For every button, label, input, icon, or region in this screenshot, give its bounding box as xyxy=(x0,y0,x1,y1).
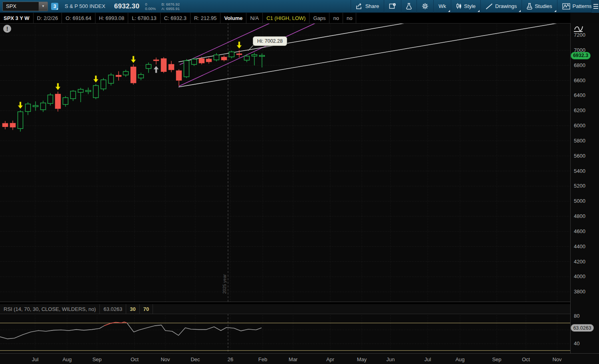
bid-value: B: 6876.92 xyxy=(161,2,180,6)
candle-body[interactable] xyxy=(229,52,234,57)
buy-signal-arrow-icon[interactable] xyxy=(154,66,159,73)
bid-ask-stack: B: 6876.92 A: 6955.91 xyxy=(161,2,180,11)
sell-signal-arrow-icon[interactable] xyxy=(18,102,23,109)
candle-body[interactable] xyxy=(123,71,129,75)
settings-button[interactable] xyxy=(417,0,433,13)
candle-body[interactable] xyxy=(192,59,197,64)
dropdown-corner-icon xyxy=(56,8,58,10)
candle-body[interactable] xyxy=(33,105,38,107)
price-axis-label: 4800 xyxy=(574,213,585,219)
magenta-trendline[interactable] xyxy=(179,23,316,86)
ohlc-cell-spx-3-y-w[interactable]: SPX 3 Y W xyxy=(0,13,34,23)
gear-icon xyxy=(422,3,428,10)
candle-body[interactable] xyxy=(109,75,114,83)
candle-body[interactable] xyxy=(93,85,99,97)
share-button[interactable]: Share xyxy=(351,0,384,13)
dropdown-corner-icon xyxy=(478,10,480,12)
candle-body[interactable] xyxy=(10,123,16,127)
candle-body[interactable] xyxy=(3,123,8,127)
white-trendline[interactable] xyxy=(179,23,407,62)
timeframe-label: Wk xyxy=(438,3,446,9)
candle-body[interactable] xyxy=(161,59,167,71)
candle-body[interactable] xyxy=(63,98,68,105)
candle-body[interactable] xyxy=(116,75,121,77)
time-axis-label-may: May xyxy=(357,356,367,362)
ohlc-cell-c1-high-low-[interactable]: C1 (HIGH, LOW) xyxy=(263,13,309,23)
candle-body[interactable] xyxy=(169,64,174,69)
rsi-header-cell[interactable]: 70 xyxy=(140,304,153,314)
drawings-button[interactable]: Drawings xyxy=(480,0,522,13)
candle-body[interactable] xyxy=(244,56,250,60)
candle-body[interactable] xyxy=(139,75,144,78)
more-menu-button[interactable] xyxy=(591,0,599,13)
candle-body[interactable] xyxy=(131,67,136,83)
candle-body[interactable] xyxy=(56,94,61,109)
sell-signal-arrow-icon[interactable] xyxy=(237,42,242,48)
candle-body[interactable] xyxy=(184,61,189,77)
style-label: Style xyxy=(464,3,476,9)
candle-body[interactable] xyxy=(78,89,83,93)
price-axis-label: 6600 xyxy=(574,77,585,83)
candle-body[interactable] xyxy=(86,90,91,91)
candle-body[interactable] xyxy=(237,54,242,55)
sell-signal-arrow-icon[interactable] xyxy=(131,56,136,63)
linked-group-badge[interactable]: 3 xyxy=(51,3,58,10)
candle-body[interactable] xyxy=(199,59,204,63)
alert-icon[interactable]: ! xyxy=(3,25,11,33)
candle-body[interactable] xyxy=(252,55,257,56)
change-stack: 0 0.00% xyxy=(145,2,156,11)
time-axis-label-nov: Nov xyxy=(552,356,561,362)
studies-button[interactable]: Studies xyxy=(522,0,557,13)
ohlc-cell-l: L: 6780.13 xyxy=(128,13,160,23)
ohlc-cell-no[interactable]: no xyxy=(329,13,343,23)
analyze-button[interactable] xyxy=(401,0,417,13)
ohlc-cell-d: D: 2/2/26 xyxy=(34,13,62,23)
patterns-label: Patterns xyxy=(573,3,592,9)
candle-body[interactable] xyxy=(214,55,219,60)
candle-body[interactable] xyxy=(154,60,159,61)
candle-body[interactable] xyxy=(71,91,76,99)
rsi-value-badge: 63.0263 xyxy=(571,324,594,332)
price-axis-label: 6800 xyxy=(574,62,585,68)
high-tooltip: Hi: 7002.28 xyxy=(253,36,287,46)
chart-mode-icon[interactable] xyxy=(573,24,584,36)
price-axis-label: 6200 xyxy=(574,107,585,113)
top-toolbar: SPX ▼ 3 S & P 500 INDEX 6932.30 0 0.00% … xyxy=(0,0,599,13)
ohlc-cell-n-a[interactable]: N/A xyxy=(246,13,263,23)
patterns-button[interactable]: Patterns xyxy=(557,0,597,13)
price-axis-label: 3800 xyxy=(574,289,585,295)
symbol-input[interactable]: SPX ▼ xyxy=(2,2,48,11)
symbol-dropdown-button[interactable]: ▼ xyxy=(38,2,48,11)
notes-button[interactable]: ! xyxy=(384,0,401,13)
svg-text:!: ! xyxy=(394,4,395,6)
time-axis-label-nov: Nov xyxy=(161,356,170,362)
price-axis[interactable]: 7200700068006600640062006000580056005400… xyxy=(570,23,599,353)
time-axis-label-jun: Jun xyxy=(387,356,395,362)
sell-signal-arrow-icon[interactable] xyxy=(93,76,98,83)
candle-body[interactable] xyxy=(146,64,151,68)
candle-body[interactable] xyxy=(18,112,23,129)
candle-body[interactable] xyxy=(48,95,53,103)
candle-body[interactable] xyxy=(222,57,227,60)
symbol-value[interactable]: SPX xyxy=(3,3,38,9)
ohlc-cell-volume[interactable]: Volume xyxy=(220,13,246,23)
candle-body[interactable] xyxy=(101,80,106,89)
white-trendline[interactable] xyxy=(179,23,557,87)
candle-body[interactable] xyxy=(41,103,46,110)
candle-body[interactable] xyxy=(177,71,182,80)
sell-signal-arrow-icon[interactable] xyxy=(56,83,60,90)
style-button[interactable]: Style xyxy=(451,0,480,13)
rsi-header-cell[interactable]: 30 xyxy=(126,304,139,314)
rsi-axis-label: 80 xyxy=(574,313,579,319)
rsi-header-cell[interactable]: RSI (14, 70, 30, CLOSE, WILDERS, no) xyxy=(0,304,100,314)
candle-body[interactable] xyxy=(26,104,31,112)
ohlc-cell-gaps[interactable]: Gaps xyxy=(309,13,329,23)
rsi-line[interactable] xyxy=(0,322,262,339)
time-axis-label-aug: Aug xyxy=(62,356,71,362)
time-axis[interactable]: JulAugSepOctNovDec26FebMarAprMayJunJulAu… xyxy=(0,353,599,364)
candle-body[interactable] xyxy=(206,59,212,61)
timeframe-button[interactable]: Wk xyxy=(433,0,451,13)
ohlc-cell-no[interactable]: no xyxy=(343,13,356,23)
candle-body[interactable] xyxy=(260,55,265,57)
time-axis-label-sep: Sep xyxy=(92,356,101,362)
